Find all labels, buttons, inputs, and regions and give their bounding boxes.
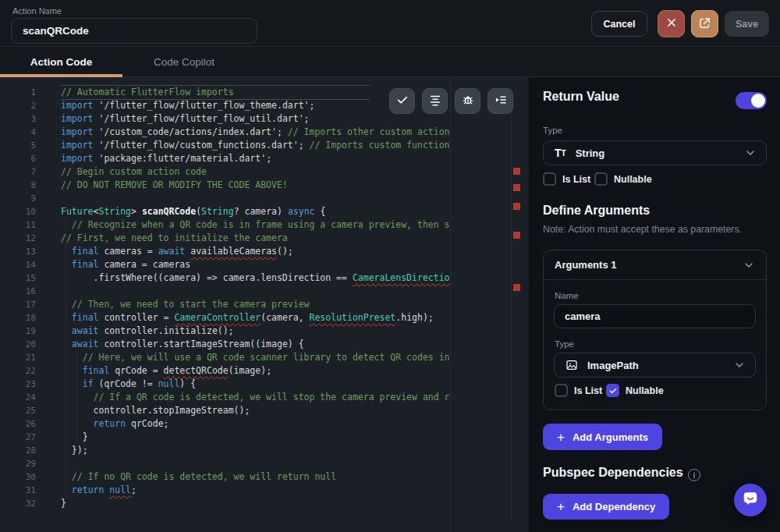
code-line[interactable]: 8// DO NOT REMOVE OR MODIFY THE CODE ABO…: [0, 179, 450, 192]
code-line[interactable]: 5import '/flutter_flow/custom_functions.…: [0, 139, 450, 152]
argument-name-field[interactable]: [554, 304, 756, 328]
line-number: 11: [0, 218, 36, 232]
line-number: 10: [0, 205, 36, 218]
top-bar: Action Name Cancel Save: [0, 0, 780, 47]
error-marker[interactable]: [513, 232, 520, 239]
error-marker[interactable]: [513, 184, 520, 191]
indent-button[interactable]: [488, 88, 513, 114]
return-value-toggle[interactable]: [736, 92, 767, 109]
return-nullable-checkbox[interactable]: [594, 172, 608, 186]
check-icon: [395, 93, 410, 110]
code-line[interactable]: 18 final controller = CameraController(c…: [0, 311, 450, 325]
code-line[interactable]: 13 final cameras = await availableCamera…: [0, 245, 450, 258]
chevron-down-icon: [733, 359, 746, 371]
error-marker[interactable]: [513, 284, 520, 291]
code-line[interactable]: 12// First, we need to initialize the ca…: [0, 232, 450, 245]
line-text: import '/flutter_flow/flutter_flow_theme…: [61, 99, 314, 112]
error-marker[interactable]: [513, 203, 520, 210]
info-icon[interactable]: i: [688, 469, 700, 481]
image-icon: [566, 359, 578, 371]
line-text: // DO NOT REMOVE OR MODIFY THE CODE ABOV…: [61, 179, 288, 192]
save-button[interactable]: Save: [725, 11, 769, 37]
text-type-icon: TT: [555, 147, 566, 159]
code-line[interactable]: 11 // Recognize when a QR code is in fra…: [0, 218, 450, 232]
line-text: // Here, we will use a QR code scanner l…: [61, 351, 451, 364]
code-line[interactable]: 1// Automatic FlutterFlow imports: [0, 86, 450, 99]
line-text: return qrCode;: [61, 417, 168, 431]
error-marker[interactable]: [513, 168, 520, 175]
support-chat-button[interactable]: [734, 484, 767, 516]
debug-button[interactable]: [455, 88, 480, 114]
argument-type-dropdown[interactable]: ImagePath: [554, 353, 756, 378]
tab-code-copilot[interactable]: Code Copilot: [122, 47, 246, 76]
line-text: import '/flutter_flow/flutter_flow_util.…: [61, 112, 310, 126]
open-in-new-button[interactable]: [691, 10, 718, 37]
action-name-field[interactable]: [11, 18, 257, 44]
code-line[interactable]: 3import '/flutter_flow/flutter_flow_util…: [0, 112, 450, 126]
return-type-label: Type: [543, 126, 562, 135]
code-line[interactable]: 17 // Then, we need to start the camera …: [0, 298, 450, 311]
cancel-button[interactable]: Cancel: [591, 11, 647, 37]
argument-card-header[interactable]: Arguments 1: [544, 250, 766, 280]
line-number: 17: [0, 298, 36, 311]
add-arguments-button[interactable]: + Add Arguments: [543, 424, 662, 450]
chevron-down-icon: [744, 147, 757, 159]
validate-code-button[interactable]: [389, 88, 415, 114]
code-line[interactable]: 16: [0, 285, 450, 298]
code-line[interactable]: 23 if (qrCode != null) {: [0, 378, 450, 391]
code-line[interactable]: 21 // Here, we will use a QR code scanne…: [0, 351, 450, 364]
custom-action-editor: Action Name Cancel Save Action Code Code…: [0, 0, 780, 532]
argument-nullable-checkbox[interactable]: [606, 384, 619, 397]
code-line[interactable]: 27 }: [0, 431, 450, 444]
code-line[interactable]: 7// Begin custom action code: [0, 165, 450, 179]
line-number: 6: [0, 152, 36, 165]
line-number: 16: [0, 285, 36, 298]
code-line[interactable]: 14 final camera = cameras: [0, 258, 450, 271]
code-line[interactable]: 9: [0, 192, 450, 205]
line-number: 8: [0, 179, 36, 192]
code-line[interactable]: 30 // If no QR code is detected, we will…: [0, 470, 450, 484]
code-line[interactable]: 24 // If a QR code is detected, we will …: [0, 391, 450, 404]
action-name-label: Action Name: [12, 6, 62, 16]
code-line[interactable]: 6import 'package:flutter/material.dart';: [0, 152, 450, 165]
line-number: 29: [0, 457, 36, 470]
argument-nullable-label: Nullable: [626, 385, 664, 396]
code-line[interactable]: 29: [0, 457, 450, 470]
code-line[interactable]: 19 await controller.initialize();: [0, 325, 450, 338]
tab-action-code[interactable]: Action Code: [0, 47, 122, 76]
argument-name-input[interactable]: [555, 305, 755, 328]
line-number: 12: [0, 232, 36, 245]
code-line[interactable]: 32}: [0, 497, 450, 510]
line-number: 7: [0, 165, 36, 179]
active-tab-underline: [0, 74, 122, 77]
line-text: // First, we need to initialize the came…: [61, 232, 288, 245]
code-line[interactable]: 2import '/flutter_flow/flutter_flow_them…: [0, 99, 450, 112]
code-line[interactable]: 20 await controller.startImageStream((im…: [0, 338, 450, 351]
line-number: 26: [0, 417, 36, 431]
delete-button[interactable]: [658, 10, 685, 37]
return-type-dropdown[interactable]: TT String: [543, 140, 767, 165]
action-name-input[interactable]: [12, 19, 257, 43]
code-viewport[interactable]: 1// Automatic FlutterFlow imports2import…: [0, 77, 451, 532]
line-number: 24: [0, 391, 36, 404]
code-line[interactable]: 10Future<String> scanQRCode(String? came…: [0, 205, 450, 218]
format-code-button[interactable]: [422, 88, 448, 114]
code-line[interactable]: 4import '/custom_code/actions/index.dart…: [0, 126, 450, 139]
add-dependency-button[interactable]: + Add Dependency: [543, 494, 669, 520]
plus-icon: +: [557, 431, 565, 444]
line-number: 19: [0, 325, 36, 338]
code-line[interactable]: 22 final qrCode = detectQRCode(image);: [0, 364, 450, 378]
code-line[interactable]: 31 return null;: [0, 484, 450, 497]
code-line[interactable]: 15 .firstWhere((camera) => camera.lensDi…: [0, 271, 450, 285]
argument-is-list-checkbox[interactable]: [555, 384, 568, 397]
properties-panel: Return Value Type TT String Is List Null…: [529, 77, 780, 532]
code-line[interactable]: 26 return qrCode;: [0, 417, 450, 431]
code-line[interactable]: 28 });: [0, 444, 450, 457]
code-line[interactable]: 25 controller.stopImageStream();: [0, 404, 450, 417]
line-text: Future<String> scanQRCode(String? camera…: [61, 205, 325, 218]
define-arguments-note: Note: Action must accept these as parame…: [543, 224, 742, 235]
code-editor[interactable]: 1// Automatic FlutterFlow imports2import…: [0, 77, 529, 532]
return-is-list-checkbox[interactable]: [543, 172, 556, 186]
argument-type-label: Type: [555, 339, 574, 349]
line-text: import '/custom_code/actions/index.dart'…: [61, 126, 451, 139]
